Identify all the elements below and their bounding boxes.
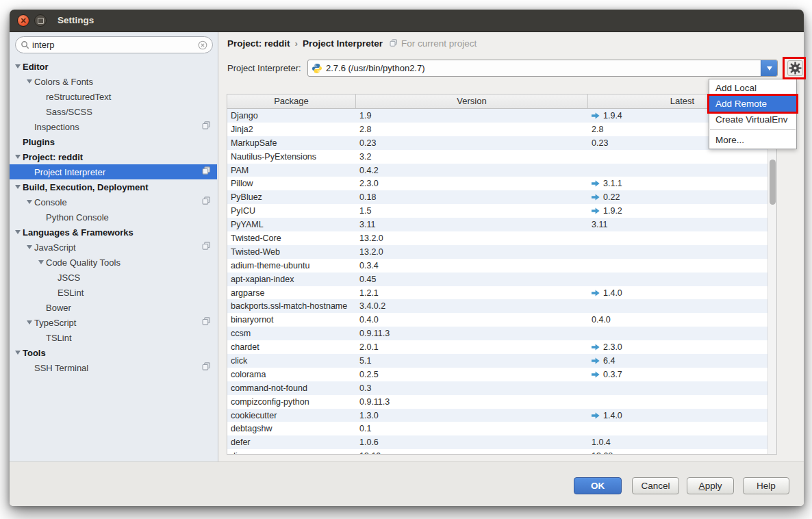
cancel-button[interactable]: Cancel	[632, 477, 679, 494]
expand-arrow-icon[interactable]	[24, 320, 34, 325]
close-window-button[interactable]	[17, 14, 29, 27]
expand-arrow-icon[interactable]	[12, 155, 23, 159]
sidebar-item-build-execution-deployment[interactable]: Build, Execution, Deployment	[10, 179, 217, 194]
table-row-cookiecutter[interactable]: cookiecutter 1.3.0 1.4.0	[227, 409, 776, 422]
expand-arrow-icon[interactable]	[47, 275, 58, 279]
sidebar-item-tools[interactable]: Tools	[10, 345, 217, 360]
table-row-django[interactable]: Django 1.9 1.9.4	[227, 109, 776, 123]
sidebar-item-plugins[interactable]: Plugins	[10, 134, 217, 149]
table-row-debtagshw[interactable]: debtagshw 0.1	[227, 422, 776, 435]
table-row-binaryornot[interactable]: binaryornot 0.4.0 0.4.0	[227, 313, 776, 327]
sidebar-item-eslint[interactable]: ESLint	[10, 285, 217, 300]
expand-arrow-icon[interactable]	[24, 170, 34, 174]
cell-version: 0.9.11.3	[356, 329, 588, 338]
table-row-command-not-found[interactable]: command-not-found 0.3	[227, 381, 776, 395]
menu-item-create-virtualenv[interactable]: Create VirtualEnv	[709, 112, 796, 127]
table-row-argparse[interactable]: argparse 1.2.1 1.4.0	[227, 286, 776, 300]
table-row-twisted-core[interactable]: Twisted-Core 13.2.0	[227, 231, 776, 245]
menu-item-add-local[interactable]: Add Local	[709, 80, 796, 96]
cell-version: 1.5	[356, 206, 588, 216]
expand-arrow-icon[interactable]	[36, 260, 46, 264]
expand-arrow-icon[interactable]	[12, 140, 23, 144]
settings-search-box[interactable]	[15, 36, 213, 53]
column-header-version[interactable]: Version	[356, 94, 588, 108]
table-scrollbar-thumb[interactable]	[770, 160, 776, 205]
table-row-backports-ssl-match-hostname[interactable]: backports.ssl-match-hostname 3.4.0.2	[227, 299, 776, 313]
expand-arrow-icon[interactable]	[36, 215, 46, 219]
scope-icon	[390, 39, 398, 49]
table-row-defer[interactable]: defer 1.0.6 1.0.4	[227, 435, 776, 449]
table-scrollbar[interactable]	[767, 109, 776, 454]
help-button[interactable]: Help	[743, 477, 789, 494]
combobox-dropdown-button[interactable]	[761, 60, 777, 76]
table-row-click[interactable]: click 5.1 6.4	[227, 354, 776, 368]
table-row-ccsm[interactable]: ccsm 0.9.11.3	[227, 327, 776, 340]
table-row-pybluez[interactable]: PyBluez 0.18 0.22	[227, 190, 776, 204]
ok-button[interactable]: OK	[574, 477, 622, 494]
menu-item-more[interactable]: More...	[709, 132, 796, 148]
table-row-twisted-web[interactable]: Twisted-Web 13.2.0	[227, 245, 776, 259]
expand-arrow-icon[interactable]	[36, 305, 46, 309]
table-row-apt-xapian-index[interactable]: apt-xapian-index 0.45	[227, 273, 776, 286]
expand-arrow-icon[interactable]	[36, 94, 46, 99]
sidebar-item-console[interactable]: Console	[10, 194, 217, 210]
table-row-chardet[interactable]: chardet 2.0.1 2.3.0	[227, 340, 776, 354]
sidebar-item-bower[interactable]: Bower	[10, 300, 217, 315]
sidebar-item-ssh-terminal[interactable]: SSH Terminal	[10, 360, 217, 375]
column-header-package[interactable]: Package	[227, 94, 356, 108]
sidebar-item-restructuredtext[interactable]: reStructuredText	[10, 89, 217, 104]
expand-arrow-icon[interactable]	[12, 185, 23, 189]
table-row-dirspec[interactable]: dirspec 13.10 13.08	[227, 449, 776, 454]
sidebar-item-project-interpreter[interactable]: Project Interpreter	[10, 164, 217, 179]
table-row-jinja2[interactable]: Jinja2 2.8 2.8	[227, 123, 776, 136]
sidebar-item-label: ESLint	[58, 288, 84, 298]
clear-search-icon[interactable]	[198, 40, 207, 50]
apply-button[interactable]: Apply	[687, 477, 734, 494]
maximize-window-button[interactable]	[34, 14, 47, 27]
table-row-pam[interactable]: PAM 0.4.2	[227, 164, 776, 177]
sidebar-item-typescript[interactable]: TypeScript	[10, 315, 217, 330]
expand-arrow-icon[interactable]	[12, 351, 23, 355]
expand-arrow-icon[interactable]	[12, 64, 23, 68]
expand-arrow-icon[interactable]	[24, 79, 34, 84]
sidebar-item-python-console[interactable]: Python Console	[10, 210, 217, 225]
expand-arrow-icon[interactable]	[47, 290, 58, 294]
sidebar-item-inspections[interactable]: Inspections	[10, 119, 217, 134]
table-row-pillow[interactable]: Pillow 2.3.0 3.1.1	[227, 177, 776, 190]
sidebar-item-colors-fonts[interactable]: Colors & Fonts	[10, 74, 217, 89]
table-row-nautilus-pyextensions[interactable]: Nautilus-PyExtensions 3.2	[227, 150, 776, 164]
cell-latest: 0.22	[588, 192, 776, 202]
sidebar-item-tslint[interactable]: TSLint	[10, 330, 217, 345]
breadcrumb-note: For current project	[401, 38, 477, 49]
expand-arrow-icon[interactable]	[36, 110, 46, 114]
sidebar-item-sass-scss[interactable]: Sass/SCSS	[10, 104, 217, 119]
table-row-colorama[interactable]: colorama 0.2.5 0.3.7	[227, 368, 776, 381]
table-row-adium-theme-ubuntu[interactable]: adium-theme-ubuntu 0.3.4	[227, 259, 776, 273]
search-input[interactable]	[29, 40, 198, 50]
latest-value: 1.9.4	[603, 111, 622, 121]
sidebar-item-languages-frameworks[interactable]: Languages & Frameworks	[10, 225, 217, 240]
overlapping-pages-icon	[202, 242, 211, 253]
table-row-markupsafe[interactable]: MarkupSafe 0.23 0.23	[227, 136, 776, 150]
table-row-compizconfig-python[interactable]: compizconfig-python 0.9.11.3	[227, 395, 776, 409]
sidebar-item-code-quality-tools[interactable]: Code Quality Tools	[10, 255, 217, 270]
sidebar-item-javascript[interactable]: JavaScript	[10, 240, 217, 255]
menu-item-add-remote[interactable]: Add Remote	[709, 96, 796, 112]
sidebar-item-label: SSH Terminal	[34, 363, 88, 373]
expand-arrow-icon[interactable]	[24, 125, 34, 129]
sidebar-item-jscs[interactable]: JSCS	[10, 270, 217, 285]
expand-arrow-icon[interactable]	[12, 230, 23, 234]
interpreter-gear-button[interactable]	[787, 60, 803, 76]
titlebar[interactable]: Settings	[10, 10, 804, 32]
expand-arrow-icon[interactable]	[36, 336, 46, 340]
interpreter-combobox[interactable]: 2.7.6 (/usr/bin/python2.7)	[307, 60, 778, 77]
table-row-pyicu[interactable]: PyICU 1.5 1.9.2	[227, 204, 776, 218]
expand-arrow-icon[interactable]	[24, 366, 34, 370]
breadcrumb: Project: reddit › Project Interpreter Fo…	[227, 38, 477, 49]
upgrade-arrow-icon	[592, 180, 600, 187]
table-row-pyyaml[interactable]: PyYAML 3.11 3.11	[227, 218, 776, 231]
sidebar-item-editor[interactable]: Editor	[10, 59, 217, 74]
sidebar-item-project-reddit[interactable]: Project: reddit	[10, 149, 217, 164]
expand-arrow-icon[interactable]	[24, 200, 34, 204]
expand-arrow-icon[interactable]	[24, 245, 34, 249]
